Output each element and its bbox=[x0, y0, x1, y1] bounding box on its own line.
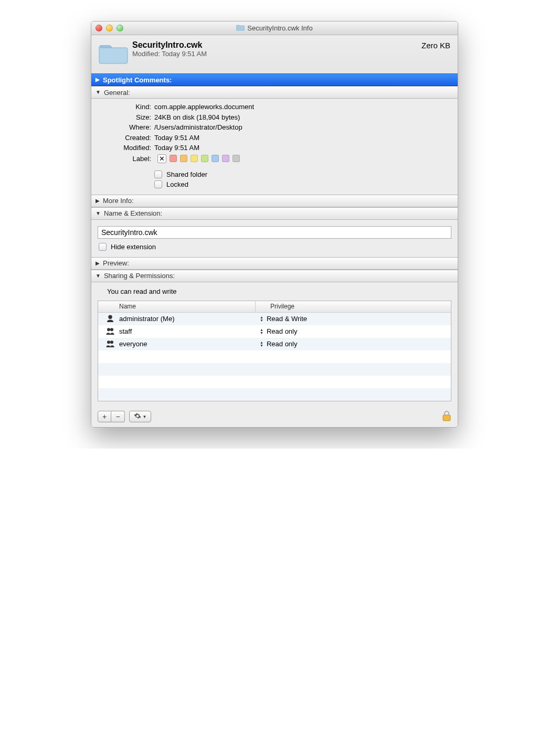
modified-label: Modified: bbox=[99, 143, 151, 153]
created-label: Created: bbox=[99, 133, 151, 143]
kind-value: com.apple.appleworks.document bbox=[154, 102, 450, 112]
modified-value: Today 9:51 AM bbox=[154, 143, 450, 153]
table-row-empty bbox=[98, 376, 451, 388]
group-icon bbox=[105, 339, 115, 349]
locked-checkbox[interactable] bbox=[154, 180, 162, 188]
label-clear-button[interactable]: ✕ bbox=[157, 154, 166, 163]
general-header[interactable]: ▼ General: bbox=[91, 86, 458, 99]
svg-rect-0 bbox=[443, 415, 450, 421]
perm-name: staff bbox=[119, 327, 132, 335]
table-row-empty bbox=[98, 350, 451, 363]
close-icon[interactable] bbox=[96, 25, 102, 31]
nameext-body: Hide extension bbox=[91, 220, 458, 257]
size-value: 24KB on disk (18,904 bytes) bbox=[154, 112, 450, 123]
gear-icon bbox=[134, 412, 141, 421]
where-value: /Users/administrator/Desktop bbox=[154, 122, 450, 133]
disclosure-triangle-icon: ▶ bbox=[96, 77, 100, 82]
moreinfo-label: More Info: bbox=[103, 197, 134, 205]
label-label: Label: bbox=[99, 155, 151, 163]
disclosure-triangle-icon: ▼ bbox=[96, 211, 101, 216]
label-color-swatch[interactable] bbox=[180, 155, 187, 162]
traffic-lights bbox=[96, 25, 123, 31]
action-menu-button[interactable]: ▼ bbox=[129, 411, 151, 422]
sharing-header[interactable]: ▼ Sharing & Permissions: bbox=[91, 270, 458, 282]
table-row[interactable]: administrator (Me)▲▼Read & Write bbox=[98, 313, 451, 325]
general-label: General: bbox=[104, 89, 130, 97]
stepper-icon[interactable]: ▲▼ bbox=[260, 316, 263, 322]
preview-header[interactable]: ▶ Preview: bbox=[91, 257, 458, 270]
sharing-label: Sharing & Permissions: bbox=[104, 272, 175, 280]
folder-icon bbox=[99, 40, 128, 67]
table-row-empty bbox=[98, 363, 451, 376]
shared-folder-label: Shared folder bbox=[166, 171, 207, 178]
spotlight-header[interactable]: ▶ Spotlight Comments: bbox=[91, 73, 458, 86]
table-row-empty bbox=[98, 388, 451, 401]
general-body: Kind:com.apple.appleworks.document Size:… bbox=[91, 99, 458, 195]
table-row[interactable]: everyone▲▼Read only bbox=[98, 338, 451, 350]
sharing-body: You can read and write Name Privilege ad… bbox=[91, 282, 458, 407]
zoom-icon[interactable] bbox=[117, 25, 123, 31]
perm-priv: Read only bbox=[267, 340, 298, 348]
perm-name: everyone bbox=[119, 340, 147, 348]
window-title-text: SecurityIntro.cwk Info bbox=[247, 24, 312, 32]
table-row[interactable]: staff▲▼Read only bbox=[98, 325, 451, 338]
label-color-swatch[interactable] bbox=[212, 155, 219, 162]
col-name: Name bbox=[98, 301, 256, 312]
nameext-label: Name & Extension: bbox=[104, 209, 162, 217]
perm-priv: Read only bbox=[267, 327, 298, 335]
add-button[interactable]: + bbox=[98, 411, 111, 422]
group-icon bbox=[105, 327, 115, 336]
hide-extension-checkbox[interactable] bbox=[99, 243, 107, 251]
permissions-table: Name Privilege administrator (Me)▲▼Read … bbox=[98, 301, 451, 401]
label-color-swatch[interactable] bbox=[233, 155, 240, 162]
folder-mini-icon bbox=[236, 24, 245, 33]
file-size: Zero KB bbox=[421, 40, 450, 50]
hide-extension-label: Hide extension bbox=[111, 243, 156, 251]
file-header: SecurityIntro.cwk Modified: Today 9:51 A… bbox=[91, 35, 458, 73]
where-label: Where: bbox=[99, 122, 151, 133]
lock-icon[interactable] bbox=[442, 411, 451, 423]
label-color-swatch[interactable] bbox=[191, 155, 198, 162]
nameext-header[interactable]: ▼ Name & Extension: bbox=[91, 207, 458, 220]
filename-input[interactable] bbox=[98, 226, 451, 239]
minimize-icon[interactable] bbox=[106, 25, 113, 31]
locked-label: Locked bbox=[166, 180, 188, 188]
sharing-message: You can read and write bbox=[98, 285, 451, 301]
disclosure-triangle-icon: ▼ bbox=[96, 273, 101, 279]
label-color-swatch[interactable] bbox=[170, 155, 177, 162]
label-color-swatch[interactable] bbox=[222, 155, 229, 162]
created-value: Today 9:51 AM bbox=[154, 133, 450, 143]
disclosure-triangle-icon: ▶ bbox=[96, 261, 100, 266]
disclosure-triangle-icon: ▶ bbox=[96, 198, 100, 204]
preview-label: Preview: bbox=[103, 259, 129, 267]
remove-button[interactable]: − bbox=[111, 411, 125, 422]
file-modified: Modified: Today 9:51 AM bbox=[132, 50, 421, 58]
col-priv: Privilege bbox=[256, 301, 451, 312]
file-name: SecurityIntro.cwk bbox=[132, 40, 421, 50]
disclosure-triangle-icon: ▼ bbox=[96, 90, 101, 95]
size-label: Size: bbox=[99, 112, 151, 123]
titlebar[interactable]: SecurityIntro.cwk Info bbox=[91, 22, 458, 35]
kind-label: Kind: bbox=[99, 102, 151, 112]
moreinfo-header[interactable]: ▶ More Info: bbox=[91, 195, 458, 207]
chevron-down-icon: ▼ bbox=[143, 414, 147, 419]
perm-name: administrator (Me) bbox=[119, 315, 174, 323]
user-icon bbox=[105, 314, 115, 324]
permissions-toolbar: + − ▼ bbox=[91, 407, 458, 427]
stepper-icon[interactable]: ▲▼ bbox=[260, 341, 263, 347]
label-color-swatch[interactable] bbox=[201, 155, 208, 162]
stepper-icon[interactable]: ▲▼ bbox=[260, 328, 263, 335]
info-window: SecurityIntro.cwk Info SecurityIntro.cwk… bbox=[91, 21, 458, 428]
perm-priv: Read & Write bbox=[267, 315, 307, 323]
shared-folder-checkbox[interactable] bbox=[154, 171, 162, 178]
spotlight-label: Spotlight Comments: bbox=[103, 76, 172, 84]
window-title: SecurityIntro.cwk Info bbox=[96, 24, 453, 33]
permissions-header[interactable]: Name Privilege bbox=[98, 301, 451, 313]
